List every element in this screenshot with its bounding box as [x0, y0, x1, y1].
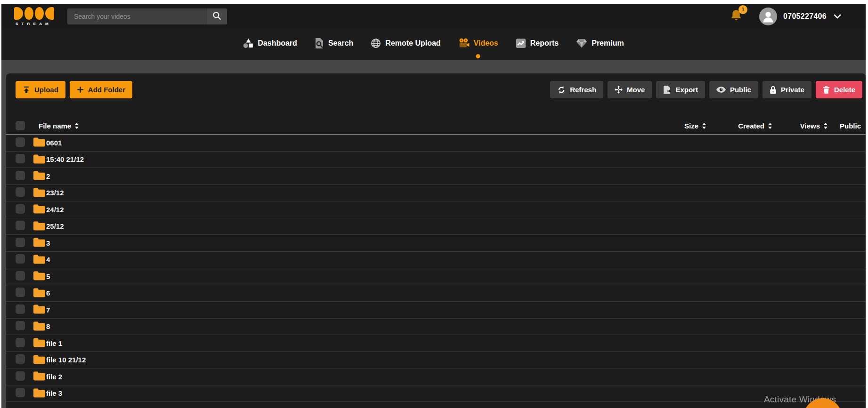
notification-count-badge: 1	[738, 5, 747, 14]
folder-icon	[33, 170, 45, 182]
top-bar: STREAM 1	[1, 4, 866, 29]
brand-tagline: STREAM	[14, 22, 54, 26]
avatar[interactable]	[759, 8, 777, 25]
brand-logo[interactable]: STREAM	[14, 7, 54, 26]
table-row[interactable]: 0601	[6, 135, 866, 152]
move-button[interactable]: Move	[608, 81, 652, 98]
sort-size-icon[interactable]	[702, 123, 706, 129]
search-button[interactable]	[206, 8, 227, 24]
table-row[interactable]: 24/12	[6, 201, 866, 218]
username[interactable]: 0705227406	[783, 12, 827, 21]
folder-name[interactable]: file 1	[46, 339, 655, 347]
upload-icon	[23, 86, 30, 94]
row-checkbox[interactable]	[16, 238, 25, 247]
nav-label: Remote Upload	[385, 39, 440, 48]
folder-name[interactable]: 6	[46, 289, 655, 297]
folder-name[interactable]: 8	[46, 322, 655, 330]
table-row[interactable]: file 10 21/12	[6, 352, 866, 369]
folder-name[interactable]: 23/12	[46, 189, 655, 197]
row-checkbox[interactable]	[16, 171, 25, 180]
row-checkbox[interactable]	[16, 338, 25, 347]
table-row[interactable]: file 3	[6, 385, 866, 402]
row-checkbox[interactable]	[16, 371, 25, 381]
nav-item-videos[interactable]: Videos	[458, 38, 498, 48]
nav-item-search[interactable]: Search	[315, 38, 353, 48]
nav-label: Dashboard	[258, 39, 297, 48]
file-toolbar: Upload Add Folder	[6, 81, 866, 98]
table-row[interactable]: file 2	[6, 368, 866, 385]
folder-name[interactable]: 3	[46, 239, 655, 247]
folder-name[interactable]: 15:40 21/12	[46, 155, 655, 163]
delete-button[interactable]: Delete	[816, 81, 862, 98]
folder-icon	[33, 221, 45, 232]
bulk-actions: Refresh Move	[550, 81, 862, 98]
nav-item-reports[interactable]: Reports	[516, 38, 559, 48]
row-checkbox[interactable]	[16, 154, 25, 163]
table-row[interactable]: 8	[6, 319, 866, 336]
brand-logo-icon	[14, 7, 54, 20]
row-checkbox[interactable]	[16, 137, 25, 147]
notifications-button[interactable]: 1	[730, 9, 742, 24]
chevron-down-icon	[834, 12, 841, 21]
folder-icon	[33, 204, 45, 215]
search-icon	[212, 11, 221, 22]
row-checkbox[interactable]	[16, 354, 25, 364]
folder-icon	[33, 371, 45, 382]
row-checkbox[interactable]	[16, 271, 25, 280]
private-button[interactable]: Private	[763, 81, 811, 98]
sort-created-icon[interactable]	[768, 123, 772, 129]
folder-name[interactable]: 2	[46, 172, 655, 180]
export-button[interactable]: Export	[656, 81, 705, 98]
row-checkbox[interactable]	[16, 321, 25, 330]
lock-icon	[770, 86, 777, 94]
folder-name[interactable]: 0601	[46, 139, 655, 147]
table-row[interactable]: 23/12	[6, 185, 866, 202]
folder-name[interactable]: 25/12	[46, 222, 655, 230]
public-button[interactable]: Public	[709, 81, 758, 98]
nav-item-premium[interactable]: Premium	[576, 39, 624, 48]
upload-button[interactable]: Upload	[16, 81, 65, 98]
export-label: Export	[675, 86, 698, 94]
folder-name[interactable]: file 10 21/12	[46, 356, 655, 364]
folder-icon	[33, 321, 45, 332]
sort-views-icon[interactable]	[823, 123, 828, 129]
refresh-button[interactable]: Refresh	[550, 81, 603, 98]
user-icon	[761, 9, 775, 25]
account-menu-toggle[interactable]	[834, 12, 841, 21]
nav-item-dashboard[interactable]: Dashboard	[243, 38, 297, 48]
table-row[interactable]: 3	[6, 235, 866, 252]
row-checkbox[interactable]	[16, 304, 25, 314]
table-row[interactable]: 2	[6, 168, 866, 185]
folder-name[interactable]: 5	[46, 272, 655, 280]
nav-item-remote-upload[interactable]: Remote Upload	[371, 38, 440, 48]
sort-file-name-icon[interactable]	[74, 123, 79, 129]
row-checkbox[interactable]	[16, 388, 25, 397]
table-row[interactable]: 25/12	[6, 218, 866, 235]
add-folder-button[interactable]: Add Folder	[70, 81, 132, 98]
row-checkbox[interactable]	[16, 204, 25, 214]
table-header: File name Size	[6, 117, 866, 135]
select-all-checkbox[interactable]	[16, 121, 25, 130]
search-input[interactable]	[67, 8, 206, 24]
row-checkbox[interactable]	[16, 254, 25, 264]
table-row[interactable]: 4	[6, 252, 866, 269]
folder-name[interactable]: 7	[46, 306, 655, 314]
row-checkbox[interactable]	[16, 288, 25, 297]
table-row[interactable]: file 1	[6, 335, 866, 352]
row-checkbox[interactable]	[16, 221, 25, 230]
table-row[interactable]: 15:40 21/12	[6, 152, 866, 168]
folder-name[interactable]: file 2	[46, 373, 655, 381]
table-row[interactable]: 7	[6, 302, 866, 319]
column-views: Views	[800, 122, 820, 130]
bell-icon	[730, 16, 742, 24]
column-file-name: File name	[39, 122, 71, 130]
folder-name[interactable]: 4	[46, 256, 655, 264]
row-checkbox[interactable]	[16, 187, 25, 197]
nav-label: Reports	[530, 39, 559, 48]
folder-icon	[33, 254, 45, 265]
table-row[interactable]: 5	[6, 268, 866, 285]
folder-name[interactable]: file 3	[46, 389, 655, 397]
folder-name[interactable]: 24/12	[46, 206, 655, 214]
table-row[interactable]: 6	[6, 285, 866, 302]
folder-icon	[33, 271, 45, 282]
